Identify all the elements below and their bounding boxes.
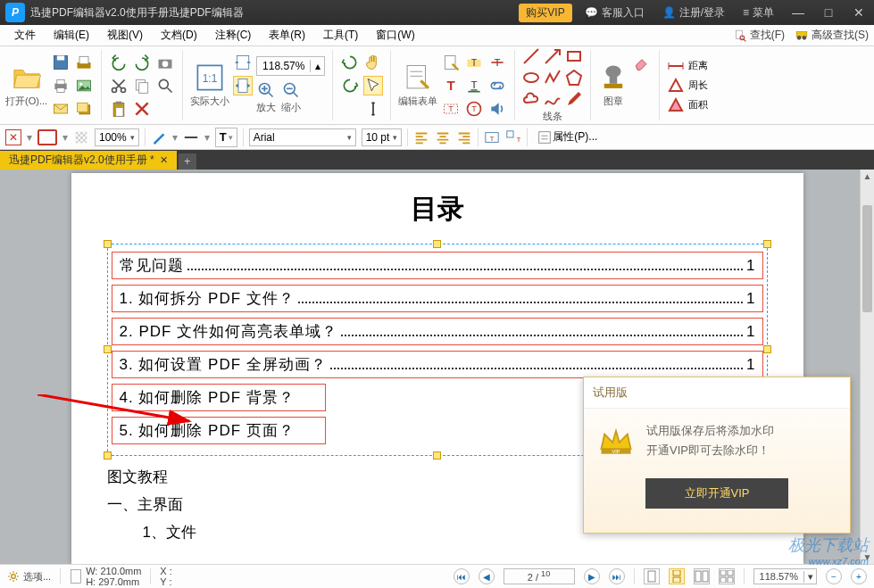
pen-tool-icon[interactable]	[151, 129, 167, 145]
rect-icon[interactable]	[565, 47, 583, 65]
text-wrap-icon[interactable]: T	[505, 129, 521, 145]
last-page-button[interactable]: ⏭	[609, 568, 625, 584]
text-style-button[interactable]: T▾	[215, 128, 237, 147]
gallery-button[interactable]	[74, 99, 94, 119]
distance-button[interactable]: 距离	[667, 57, 708, 75]
login-button[interactable]: 👤注册/登录	[653, 0, 734, 25]
page-number-input[interactable]: 2 / 10	[504, 568, 575, 584]
zoom-level[interactable]: 118.57%▴	[256, 56, 325, 76]
opacity-dropdown[interactable]: 100%▾	[95, 128, 139, 146]
font-dropdown[interactable]: Arial▾	[249, 128, 356, 146]
perimeter-button[interactable]: 周长	[667, 77, 708, 95]
toc-line[interactable]: 2. PDF 文件如何高亮表单域？1	[112, 318, 763, 345]
audio-button[interactable]	[487, 99, 507, 119]
zoom-out-status[interactable]: −	[826, 568, 842, 584]
two-page-view[interactable]	[694, 568, 710, 584]
email-button[interactable]	[51, 99, 71, 119]
prev-page-button[interactable]: ◀	[479, 568, 495, 584]
cloud-icon[interactable]	[522, 90, 540, 108]
next-page-button[interactable]: ▶	[584, 568, 600, 584]
rotate-left-button[interactable]	[340, 53, 360, 72]
status-zoom[interactable]: 118.57%▾	[753, 568, 817, 584]
two-continuous-view[interactable]	[719, 568, 735, 584]
resize-handle[interactable]	[433, 240, 441, 248]
polygon-icon[interactable]	[565, 69, 583, 87]
align-center-icon[interactable]	[435, 129, 451, 145]
close-tool-button[interactable]: ✕	[5, 129, 21, 145]
ellipse-icon[interactable]	[522, 69, 540, 87]
font-size-dropdown[interactable]: 10 pt▾	[362, 128, 403, 146]
close-tab-icon[interactable]: ✕	[160, 154, 168, 166]
zoom-in-status[interactable]: +	[851, 568, 867, 584]
area-button[interactable]: 面积	[667, 96, 708, 114]
edit-content-button[interactable]	[441, 53, 461, 72]
align-right-icon[interactable]	[456, 129, 472, 145]
align-left-icon[interactable]	[413, 129, 429, 145]
add-text-button[interactable]: T	[441, 76, 461, 95]
line-style-icon[interactable]	[183, 129, 199, 145]
pencil-icon[interactable]	[565, 90, 583, 108]
continuous-view[interactable]	[669, 568, 685, 584]
link-button[interactable]	[487, 76, 507, 95]
menu-tool[interactable]: 工具(T)	[314, 28, 367, 43]
text-frame-icon[interactable]: T	[484, 129, 500, 145]
resize-handle[interactable]	[104, 345, 112, 353]
highlight-button[interactable]: T	[464, 53, 484, 72]
properties-button[interactable]: 属性(P)...	[533, 128, 601, 147]
select-tool[interactable]	[363, 76, 383, 95]
edit-form-button[interactable]: 编辑表单	[398, 62, 437, 108]
open-vip-button[interactable]: 立即开通VIP	[645, 478, 788, 509]
toc-line[interactable]: 3. 如何设置 PDF 全屏动画？1	[112, 351, 763, 378]
menu-annot[interactable]: 注释(C)	[206, 28, 261, 43]
scan-button[interactable]	[74, 53, 94, 72]
doc-tab-active[interactable]: 迅捷PDF编辑器v2.0使用手册 *✕	[0, 151, 177, 170]
find-button[interactable]: 查找(F)	[728, 28, 790, 43]
stamp-tool[interactable]: T	[464, 99, 484, 119]
zoom-out-button[interactable]: 缩小	[281, 81, 301, 114]
fill-icon[interactable]	[73, 129, 89, 145]
adv-find-button[interactable]: 高级查找(S)	[790, 28, 874, 43]
new-tab-button[interactable]: +	[179, 153, 196, 170]
paste-button[interactable]	[109, 99, 129, 119]
polyline-icon[interactable]	[544, 69, 562, 87]
snapshot-button[interactable]	[155, 53, 175, 72]
cut-button[interactable]	[109, 76, 129, 95]
resize-handle[interactable]	[763, 240, 771, 248]
arrow-icon[interactable]	[544, 47, 562, 65]
freehand-icon[interactable]	[544, 90, 562, 108]
maximize-button[interactable]: □	[813, 5, 844, 20]
undo-button[interactable]	[109, 53, 129, 72]
copy-button[interactable]	[132, 76, 152, 95]
menu-form[interactable]: 表单(R)	[260, 28, 314, 43]
find-tool-button[interactable]	[155, 76, 175, 95]
save-button[interactable]	[51, 53, 71, 72]
main-menu-button[interactable]: ≡菜单	[734, 0, 783, 25]
scroll-thumb[interactable]	[862, 205, 872, 312]
options-button[interactable]: 选项...	[7, 570, 51, 584]
minimize-button[interactable]: —	[783, 5, 813, 20]
resize-handle[interactable]	[763, 345, 771, 353]
text-select-tool[interactable]	[363, 99, 383, 119]
delete-button[interactable]	[132, 99, 152, 119]
rotate-right-button[interactable]	[340, 76, 360, 95]
zoom-in-button[interactable]: 放大	[256, 81, 276, 114]
menu-file[interactable]: 文件	[5, 28, 45, 43]
resize-handle[interactable]	[104, 240, 112, 248]
menu-window[interactable]: 窗口(W)	[367, 28, 423, 43]
resize-handle[interactable]	[104, 451, 112, 460]
first-page-button[interactable]: ⏮	[454, 568, 470, 584]
lines-group[interactable]: 线条	[522, 47, 583, 123]
toc-line[interactable]: 常见问题1	[112, 252, 763, 279]
redo-button[interactable]	[132, 53, 152, 72]
buy-vip-button[interactable]: 购买VIP	[519, 4, 571, 22]
strike-button[interactable]: T	[487, 53, 507, 72]
close-button[interactable]: ✕	[844, 5, 874, 20]
menu-view[interactable]: 视图(V)	[98, 28, 152, 43]
underline-button[interactable]: T	[464, 76, 484, 95]
actual-size-button[interactable]: 1:1 实际大小	[190, 62, 229, 108]
image-button[interactable]	[74, 76, 94, 95]
eraser-button[interactable]	[632, 53, 652, 72]
stamp-button[interactable]: 图章	[598, 62, 628, 108]
open-button[interactable]: 打开(O)...	[5, 62, 47, 108]
menu-edit[interactable]: 编辑(E)	[45, 28, 98, 43]
